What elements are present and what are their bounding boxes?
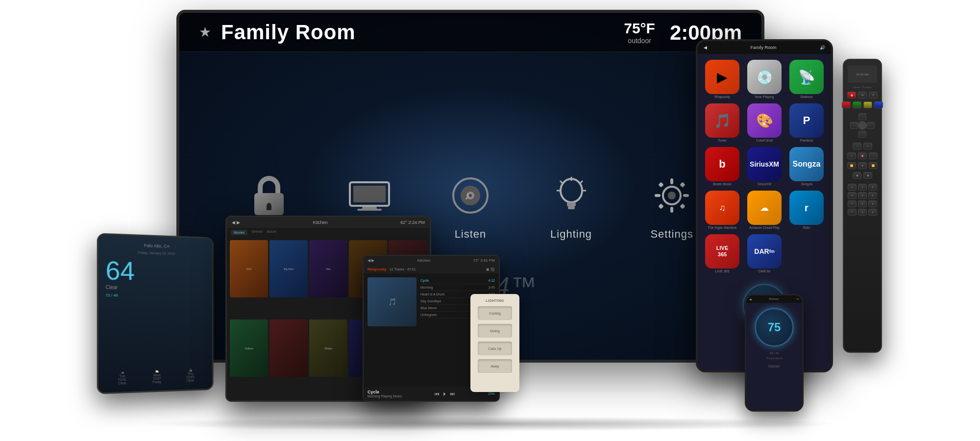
app-item-pandora[interactable]: P Pandora xyxy=(788,103,825,142)
app-item-rhapsody[interactable]: ▶ Rhapsody xyxy=(704,60,741,98)
streaming-vol-icon[interactable]: 🔊 xyxy=(820,45,825,50)
tuner-icon[interactable]: 🎵 xyxy=(705,103,739,138)
remote-btn-6[interactable]: 6 xyxy=(868,192,877,199)
favorites-star-icon[interactable]: ★ xyxy=(199,24,211,40)
beats-icon[interactable]: b xyxy=(705,147,739,181)
pandora-icon[interactable]: P xyxy=(789,103,824,138)
menu-item-listen[interactable]: ♪ Listen xyxy=(446,171,495,241)
remote-vol-up-btn[interactable]: + xyxy=(847,152,856,159)
remote-btn-hash[interactable]: # xyxy=(868,209,877,216)
app-item-beats[interactable]: b Beats Music xyxy=(704,147,741,186)
remote-btn-2[interactable]: 2 xyxy=(858,184,867,191)
remote-rec-btn[interactable]: ⏺ xyxy=(863,172,872,179)
remote-green-btn[interactable] xyxy=(853,101,861,108)
remote-back-btn[interactable]: ← xyxy=(853,143,861,149)
movie-item-8[interactable]: Stripes xyxy=(309,319,347,377)
track-2[interactable]: Morning 3:45 xyxy=(420,284,495,291)
category-genres[interactable]: Genres xyxy=(251,230,263,235)
remote-power-btn[interactable]: ⏻ xyxy=(847,92,856,98)
category-movies[interactable]: Movies xyxy=(231,230,247,235)
movie-item-3[interactable]: Film xyxy=(309,240,347,297)
remote-red-btn[interactable] xyxy=(842,101,851,108)
away-button[interactable]: Away xyxy=(478,359,512,373)
remote-home-btn[interactable]: ⌂ xyxy=(863,143,872,149)
phone-dots[interactable]: ••• xyxy=(796,297,799,301)
security-icon xyxy=(245,171,294,220)
rdio-icon[interactable]: r xyxy=(789,191,824,225)
remote-menu-btn[interactable]: ☰ xyxy=(869,92,878,98)
remote-play-btn[interactable]: ⏵ xyxy=(858,162,867,169)
app-item-amazon[interactable]: ☁ Amazon Cloud Play xyxy=(746,191,783,229)
movie-item-6[interactable]: Indiana xyxy=(230,319,268,377)
colorcircle-icon[interactable]: 🎨 xyxy=(747,103,782,138)
category-actors[interactable]: Actors xyxy=(267,230,276,235)
remote-btn-9[interactable]: 9 xyxy=(868,200,877,207)
hype-icon[interactable]: ♫ xyxy=(705,191,739,225)
playback-buttons[interactable]: ⏮ ⏵ ⏭ xyxy=(435,391,455,396)
app-item-songza[interactable]: Songza Songza xyxy=(788,147,825,186)
movie-item-7[interactable] xyxy=(270,319,308,377)
remote-input-btn[interactable]: IN xyxy=(858,92,867,98)
dining-button[interactable]: Dining xyxy=(478,324,512,338)
app-item-siriusxm[interactable]: SiriusXM SiriusXM xyxy=(746,147,783,186)
music-nav[interactable]: ◀ ▶ xyxy=(368,258,374,263)
remote-btn-5[interactable]: 5 xyxy=(858,192,867,199)
remote-btn-star[interactable]: * xyxy=(848,209,857,216)
app-item-hype[interactable]: ♫ The Hype Machine xyxy=(704,191,741,229)
phone-thermostat[interactable]: 75 xyxy=(755,308,794,347)
cass-up-button[interactable]: Cass Up xyxy=(478,342,512,355)
amazon-icon[interactable]: ☁ xyxy=(747,191,782,225)
app-item-nowplaying[interactable]: 💿 Now Playing xyxy=(746,60,783,98)
remote-right-btn[interactable] xyxy=(867,122,875,129)
switch-panel-label: LIGHTING xyxy=(486,299,504,302)
remote-ffw-btn[interactable]: ⏩ xyxy=(869,162,878,169)
menu-item-lighting[interactable]: Lighting xyxy=(547,171,596,241)
nowplaying-icon[interactable]: 💿 xyxy=(747,60,782,94)
app-item-stations[interactable]: 📡 Stations xyxy=(788,60,825,98)
remote-btn-3[interactable]: 3 xyxy=(868,184,877,191)
remote-btn-0[interactable]: 0 xyxy=(858,209,867,216)
remote-left-btn[interactable] xyxy=(850,122,858,129)
menu-item-settings[interactable]: Settings xyxy=(647,171,696,241)
remote-up-btn[interactable] xyxy=(858,113,866,120)
track-1[interactable]: Cycle 4:12 xyxy=(420,277,495,284)
svg-point-18 xyxy=(668,192,676,199)
remote-btn-7[interactable]: 7 xyxy=(848,200,857,207)
app-item-colorcircle[interactable]: 🎨 ColorCircle xyxy=(746,103,783,142)
app-item-rdio[interactable]: r Rdio xyxy=(788,191,825,229)
next-button[interactable]: ⏭ xyxy=(450,391,455,396)
remote-down-btn[interactable] xyxy=(858,131,866,138)
remote-stop-btn[interactable]: ⏹ xyxy=(853,172,861,179)
prev-button[interactable]: ⏮ xyxy=(435,391,440,396)
cooling-button[interactable]: Cooling xyxy=(478,306,512,320)
songza-icon[interactable]: Songza xyxy=(789,147,824,181)
volume-indicator: 25% xyxy=(488,392,495,395)
siriusxm-icon[interactable]: SiriusXM xyxy=(747,147,782,181)
remote-btn-4[interactable]: 4 xyxy=(848,192,857,199)
dar-icon[interactable]: DARfm xyxy=(747,234,782,269)
rhapsody-icon[interactable]: ▶ xyxy=(705,60,739,94)
streaming-back-icon[interactable]: ◀ xyxy=(704,45,707,50)
app-item-live365[interactable]: LIVE365 LIVE 365 xyxy=(704,234,741,273)
remote-btn-1[interactable]: 1 xyxy=(848,184,857,191)
remote-blue-btn[interactable] xyxy=(874,101,883,108)
hype-app-label: The Hype Machine xyxy=(708,226,737,229)
stations-icon[interactable]: 📡 xyxy=(789,60,824,94)
app-item-dar[interactable]: DARfm DAR.fm xyxy=(746,234,783,273)
remote-vol-down-btn[interactable]: - xyxy=(869,152,878,159)
remote-mute-btn[interactable]: 🔇 xyxy=(858,152,867,159)
svg-rect-3 xyxy=(357,209,382,211)
music-controls-icons[interactable]: ▣ ⬛ xyxy=(486,268,495,271)
app-item-tuner[interactable]: 🎵 Tuner xyxy=(704,103,741,142)
movie-nav-back[interactable]: ◀ ▶ xyxy=(232,220,240,225)
remote-btn-8[interactable]: 8 xyxy=(858,200,867,207)
phone-back[interactable]: ◀ xyxy=(749,297,752,301)
remote-yellow-btn[interactable] xyxy=(863,101,872,108)
live365-icon[interactable]: LIVE365 xyxy=(705,234,739,269)
remote-ok-btn[interactable] xyxy=(858,121,867,130)
rhapsody-app-label: Rhapsody xyxy=(714,95,730,98)
movie-item-1[interactable]: 2001 xyxy=(230,240,268,297)
play-button[interactable]: ⏵ xyxy=(442,391,447,396)
remote-rew-btn[interactable]: ⏪ xyxy=(847,162,856,169)
movie-item-2[interactable]: Big Hero xyxy=(270,240,308,297)
